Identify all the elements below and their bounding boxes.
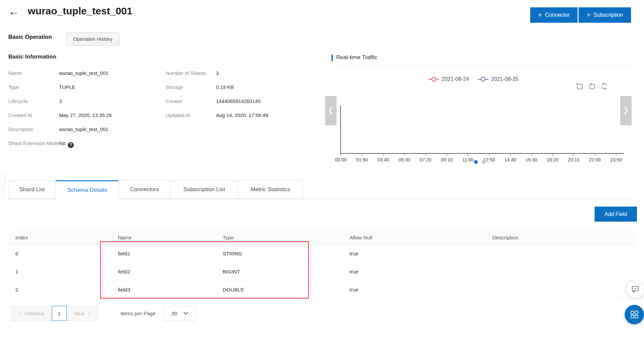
axis-tick-mark xyxy=(426,154,426,156)
legend-label: 2021-08-25 xyxy=(491,76,518,82)
info-field-label: Number of Shards xyxy=(166,70,216,77)
subscription-button[interactable]: + Subscription xyxy=(579,7,631,23)
column-header: Name xyxy=(118,235,223,241)
apps-grid-button[interactable] xyxy=(625,305,644,324)
info-field-value: 0.19 KB xyxy=(216,84,234,91)
tab-metric-statistics[interactable]: Metric Statistics xyxy=(238,180,303,199)
axis-tick-label: 22:00 xyxy=(589,157,601,162)
table-cell: field3 xyxy=(118,287,223,293)
plus-icon: + xyxy=(538,12,542,18)
traffic-title-accent-bar xyxy=(332,54,333,61)
chart-toolbox xyxy=(576,83,608,90)
add-field-button[interactable]: Add Field xyxy=(595,207,637,222)
axis-tick-mark xyxy=(574,154,574,156)
page-size-value: 20 xyxy=(171,311,177,317)
column-header: Index xyxy=(8,235,118,241)
info-field-value: Aug 14, 2020, 17:56:49 xyxy=(216,112,268,119)
traffic-panel-title: Real-time Traffic xyxy=(336,54,377,61)
info-field-label: Type xyxy=(8,84,59,91)
tab-schema-details[interactable]: Schema Details xyxy=(55,180,119,199)
table-cell: true xyxy=(350,269,492,275)
carousel-dot[interactable] xyxy=(482,160,485,164)
chart-y-axis xyxy=(340,106,341,154)
refresh-icon[interactable] xyxy=(601,83,608,90)
axis-tick-label: 20:10 xyxy=(568,157,580,162)
axis-tick-mark xyxy=(510,154,510,156)
legend-marker-icon xyxy=(428,77,439,82)
legend-item[interactable]: 2021-08-24 xyxy=(428,76,469,82)
items-per-page-label: Items per Page xyxy=(121,306,156,321)
info-field-value: wurao_tuple_test_001 xyxy=(59,70,109,77)
axis-tick-label: 18:20 xyxy=(547,157,558,162)
page-number-button[interactable]: 1 xyxy=(52,306,67,321)
legend-item[interactable]: 2021-08-25 xyxy=(478,76,518,82)
info-field-label: Description xyxy=(8,126,59,133)
table-cell: DOUBLE xyxy=(223,287,350,293)
axis-tick-mark xyxy=(489,154,489,156)
schema-table-body: 0field1STRINGtrue1field2BIGINTtrue2field… xyxy=(8,245,636,299)
table-cell: STRING xyxy=(223,251,350,257)
tab-shard-list[interactable]: Shard List xyxy=(8,180,56,199)
info-field-label: Updated At xyxy=(166,112,216,119)
axis-tick-mark xyxy=(531,154,532,156)
table-cell: 2 xyxy=(8,287,118,293)
table-cell: true xyxy=(350,251,492,257)
tab-operation-history[interactable]: Operation History xyxy=(66,32,120,45)
axis-tick-mark xyxy=(341,154,341,156)
info-field-value: 3 xyxy=(216,70,219,77)
back-icon[interactable]: ← xyxy=(8,6,19,17)
info-field-value: wurao_tuple_test_001 xyxy=(59,126,109,133)
connector-button[interactable]: + Connector xyxy=(530,7,578,23)
table-row: 0field1STRINGtrue xyxy=(8,245,636,263)
help-icon[interactable]: ? xyxy=(68,142,74,148)
column-header: Allow Null xyxy=(350,235,492,241)
info-row: Creator1444065814263145 xyxy=(166,98,312,105)
carousel-next-button[interactable] xyxy=(620,96,632,125)
tab-connectors[interactable]: Connectors xyxy=(119,180,171,199)
feedback-chat-button[interactable] xyxy=(627,280,644,298)
traffic-divider xyxy=(332,65,636,65)
page-title: wurao_tuple_test_001 xyxy=(28,5,132,17)
info-row: Shard Extension ModeNo? xyxy=(8,140,155,148)
restore-icon[interactable] xyxy=(588,83,596,90)
info-row: Number of Shards3 xyxy=(166,70,312,77)
axis-tick-mark xyxy=(468,154,468,156)
previous-page-button[interactable]: ‹ Previous xyxy=(11,306,52,321)
next-label: Next xyxy=(74,311,84,316)
axis-tick-mark xyxy=(362,154,362,156)
tab-subscription-list[interactable]: Subscription List xyxy=(170,180,238,199)
plus-icon: + xyxy=(587,12,591,18)
axis-tick-label: 07:20 xyxy=(420,157,431,162)
info-field-value: May 27, 2020, 13:35:26 xyxy=(59,112,112,119)
page-size-select[interactable]: 20 xyxy=(164,306,196,321)
info-row: Updated AtAug 14, 2020, 17:56:49 xyxy=(166,112,312,119)
axis-tick-label: 00:00 xyxy=(335,157,347,162)
table-cell: BIGINT xyxy=(223,269,350,275)
chevron-down-icon xyxy=(183,312,188,315)
sidebar-collapse-handle[interactable]: ‹ xyxy=(0,171,5,201)
axis-tick-label: 05:30 xyxy=(399,157,410,162)
carousel-dot[interactable] xyxy=(474,160,478,164)
next-page-button[interactable]: Next › xyxy=(66,306,98,321)
schema-table-header: IndexNameTypeAllow NullDescription xyxy=(8,231,636,245)
subscription-button-label: Subscription xyxy=(594,12,623,18)
table-cell: field2 xyxy=(118,269,223,275)
axis-tick-label: 03:40 xyxy=(377,157,389,162)
grid-shapes-icon xyxy=(630,310,639,319)
pagination: ‹ Previous 1 Next › xyxy=(11,306,98,321)
axis-tick-mark xyxy=(616,154,616,156)
connector-button-label: Connector xyxy=(545,12,570,18)
carousel-prev-button[interactable] xyxy=(325,96,337,125)
table-cell: 0 xyxy=(8,251,118,257)
header-actions: + Connector + Subscription xyxy=(530,7,631,23)
tab-basic-operation[interactable]: Basic Operation xyxy=(8,34,52,40)
axis-tick-mark xyxy=(553,154,553,156)
legend-marker-icon xyxy=(478,77,488,82)
table-cell: field1 xyxy=(118,251,223,257)
table-row: 1field2BIGINTtrue xyxy=(8,263,636,281)
table-row: 2field3DOUBLEtrue xyxy=(8,281,636,299)
axis-tick-mark xyxy=(447,154,447,156)
table-cell: 1 xyxy=(8,269,118,275)
info-field-label: Shard Extension Mode xyxy=(8,140,59,148)
zoom-select-icon[interactable] xyxy=(576,83,583,90)
